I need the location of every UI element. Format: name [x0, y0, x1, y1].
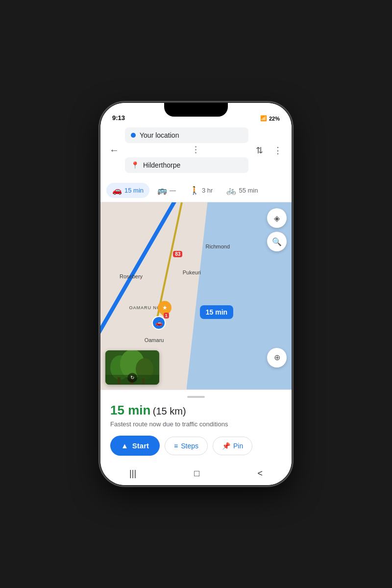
route-time-label: 15 min — [110, 403, 150, 417]
status-time: 9:13 — [112, 114, 125, 122]
layers-button[interactable]: ◈ — [267, 208, 287, 228]
road-badge-83: 83 — [173, 251, 182, 257]
layers-icon: ◈ — [274, 214, 280, 223]
nav-recent-apps[interactable]: ||| — [129, 468, 136, 479]
back-button[interactable]: ← — [106, 143, 122, 158]
location-icon: ⊕ — [274, 353, 280, 362]
car-pin-icon: 🚗 — [155, 319, 163, 326]
tab-transit[interactable]: 🚌 — — [151, 183, 182, 198]
map-label-rosebery: Rosebery — [120, 273, 143, 279]
steps-label: Steps — [181, 442, 198, 450]
tab-car[interactable]: 🚗 15 min — [106, 183, 149, 198]
pin-button[interactable]: 📌 Pin — [213, 437, 252, 455]
origin-text: Your location — [140, 131, 243, 139]
signal-icon: 📶 — [260, 115, 267, 122]
steps-button[interactable]: ≡ Steps — [165, 437, 208, 455]
bottom-panel: 15 min (15 km) Fastest route now due to … — [100, 390, 292, 464]
steps-icon: ≡ — [174, 442, 178, 450]
origin-input-field[interactable]: Your location — [125, 127, 248, 143]
my-location-button[interactable]: ⊕ — [267, 348, 287, 368]
destination-input-field[interactable]: 📍 Hilderthorpe — [125, 157, 248, 173]
transport-tabs: 🚗 15 min 🚌 — 🚶 3 hr 🚲 55 min — [100, 180, 292, 202]
start-label: Start — [132, 441, 149, 450]
map-label-pukeuri: Pukeuri — [183, 270, 201, 275]
map-area[interactable]: Richmond Rosebery Pukeuri OAMARU NORTH O… — [100, 202, 292, 390]
street-view-rotate-icon[interactable]: ↻ — [127, 373, 137, 383]
header: ← Your location 📍 Hilderthorpe — [100, 124, 292, 180]
search-icon: 🔍 — [272, 237, 282, 246]
tab-bike-label: 55 min — [239, 187, 258, 194]
action-buttons: ▲ Start ≡ Steps 📌 Pin — [110, 436, 282, 456]
car-icon: 🚗 — [112, 186, 122, 195]
tab-walk-label: 3 hr — [202, 187, 213, 194]
start-button[interactable]: ▲ Start — [110, 436, 160, 456]
route-summary: 15 min (15 km) — [110, 403, 282, 418]
map-label-oamaru: Oamaru — [145, 337, 164, 343]
current-location-pin: 🚗 — [152, 316, 166, 330]
connector-dot-1 — [195, 146, 196, 147]
road-badge-1: 1 — [164, 313, 169, 318]
navigation-icon: ▲ — [121, 441, 128, 450]
origin-dot-icon — [131, 133, 136, 138]
bike-icon: 🚲 — [226, 186, 236, 195]
street-view-thumbnail[interactable]: ↻ — [105, 350, 159, 385]
tab-transit-label: — — [170, 187, 176, 194]
pin-icon: 📌 — [222, 442, 230, 450]
nav-home[interactable]: □ — [194, 468, 199, 479]
status-icons: 📶 22% — [260, 115, 280, 122]
phone-frame: 9:13 📶 22% ← Your location — [100, 103, 292, 485]
more-options-button[interactable]: ⋮ — [270, 143, 286, 158]
drag-handle — [187, 396, 205, 398]
tab-walk[interactable]: 🚶 3 hr — [184, 183, 219, 198]
nav-back[interactable]: < — [257, 468, 263, 479]
pin-label: Pin — [233, 442, 243, 450]
location-inputs: Your location 📍 Hilderthorpe — [125, 127, 248, 173]
tab-car-label: 15 min — [124, 187, 144, 194]
transit-icon: 🚌 — [157, 186, 167, 195]
header-row: ← Your location 📍 Hilderthorpe — [106, 127, 286, 173]
phone-screen: 9:13 📶 22% ← Your location — [100, 103, 292, 485]
route-time-bubble: 15 min — [200, 305, 233, 319]
bottom-nav: ||| □ < — [100, 464, 292, 485]
swap-button[interactable]: ⇅ — [251, 143, 267, 158]
tab-bike[interactable]: 🚲 55 min — [220, 183, 264, 198]
walk-icon: 🚶 — [190, 186, 199, 195]
notch — [164, 103, 228, 117]
destination-pin-icon: 📍 — [131, 161, 139, 169]
connector-dot-2 — [195, 149, 196, 150]
destination-text: Hilderthorpe — [143, 161, 243, 169]
battery-icon: 22% — [269, 116, 280, 122]
map-search-button[interactable]: 🔍 — [267, 232, 287, 251]
route-connector — [143, 146, 248, 153]
map-label-richmond: Richmond — [206, 244, 230, 249]
star-icon: ★ — [162, 304, 168, 311]
route-description: Fastest route now due to traffic conditi… — [110, 420, 282, 429]
route-distance-label: (15 km) — [153, 406, 186, 416]
connector-dot-3 — [195, 152, 196, 153]
